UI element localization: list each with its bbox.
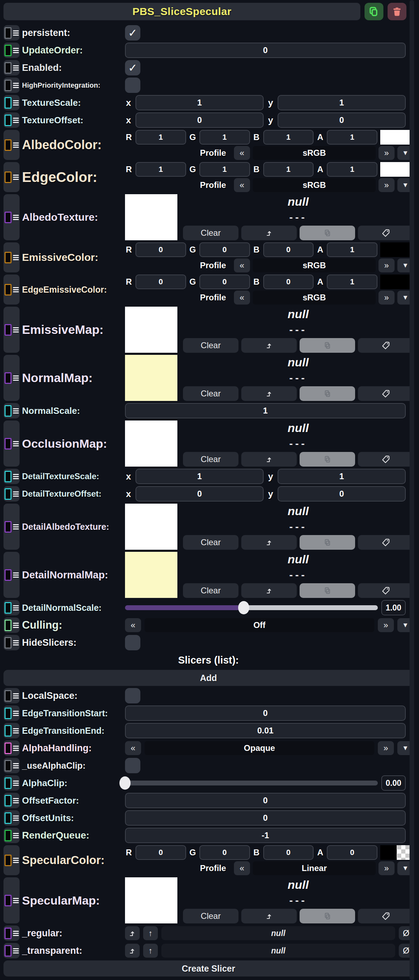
row-drag-handle[interactable] <box>3 130 19 160</box>
row-drag-handle[interactable] <box>3 60 19 75</box>
profile-next-button-AlbedoColor[interactable]: » <box>378 146 395 160</box>
input-EdgeTransitionEnd[interactable]: 0.01 <box>125 723 406 738</box>
AlphaHandling-select[interactable]: Opaque <box>144 741 374 755</box>
texture-preview-EmissiveMap[interactable] <box>125 307 178 353</box>
input-SpecularColor-b[interactable]: 0 <box>263 845 314 860</box>
input-EmissiveColor-r[interactable]: 0 <box>135 242 186 257</box>
profile-prev-button-EdgeColor[interactable]: « <box>234 178 250 192</box>
profile-next-button-EmissiveColor[interactable]: » <box>378 258 395 272</box>
color-swatch-EdgeColor[interactable] <box>380 162 413 177</box>
clear-texture-button-DetailAlbedoTexture[interactable]: Clear <box>183 535 238 550</box>
row-drag-handle[interactable] <box>3 723 19 738</box>
corner-arrow-button-_regular[interactable] <box>125 926 140 940</box>
texture-preview-DetailAlbedoTexture[interactable] <box>125 504 178 550</box>
profile-select-EmissiveColor[interactable]: sRGB <box>253 258 376 272</box>
row-drag-handle[interactable] <box>3 469 19 484</box>
row-drag-handle[interactable] <box>3 43 19 58</box>
color-swatch-AlbedoColor[interactable] <box>380 130 413 145</box>
row-drag-handle[interactable] <box>3 775 19 791</box>
add-slicer-button[interactable]: Add <box>3 670 413 686</box>
AlphaHandling-prev-button[interactable]: « <box>125 741 141 755</box>
input-EdgeEmissiveColor-r[interactable]: 0 <box>135 275 186 289</box>
clear-texture-button-NormalMap[interactable]: Clear <box>183 386 238 401</box>
input-EmissiveColor-b[interactable]: 0 <box>263 242 314 257</box>
delete-material-button[interactable] <box>387 3 406 20</box>
create-slicer-button[interactable]: Create Slicer <box>3 961 413 977</box>
Culling-prev-button[interactable]: « <box>125 618 141 632</box>
corner-arrow-button-OcclusionMap[interactable] <box>241 452 297 466</box>
profile-select-EdgeEmissiveColor[interactable]: sRGB <box>253 291 376 305</box>
input-SpecularColor-r[interactable]: 0 <box>135 845 186 860</box>
tag-texture-button-DetailAlbedoTexture[interactable] <box>358 535 413 550</box>
profile-prev-button-EdgeEmissiveColor[interactable]: « <box>234 291 250 305</box>
copy-texture-button-AlbedoTexture[interactable] <box>300 226 355 240</box>
row-drag-handle[interactable] <box>3 486 19 501</box>
input-DetailTextureScale-x[interactable]: 1 <box>135 469 263 484</box>
_transparent-input[interactable]: null <box>161 944 395 958</box>
checkbox-HighPriorityIntegration[interactable] <box>125 78 140 93</box>
row-drag-handle[interactable] <box>3 162 19 192</box>
input-EmissiveColor-g[interactable]: 0 <box>199 242 250 257</box>
input-RenderQueue[interactable]: -1 <box>125 828 406 843</box>
input-TextureOffset-y[interactable]: 0 <box>278 113 406 128</box>
copy-texture-button-EmissiveMap[interactable] <box>300 338 355 353</box>
row-drag-handle[interactable] <box>3 242 19 272</box>
input-DetailTextureOffset-x[interactable]: 0 <box>135 486 263 501</box>
checkbox-HideSlicers[interactable] <box>125 635 140 650</box>
corner-arrow-button-NormalMap[interactable] <box>241 386 297 401</box>
input-NormalScale[interactable]: 1 <box>125 403 406 418</box>
clear-texture-button-AlbedoTexture[interactable]: Clear <box>183 226 238 240</box>
color-swatch-SpecularColor[interactable] <box>380 845 413 860</box>
corner-arrow-button-EmissiveMap[interactable] <box>241 338 297 353</box>
scrollbar-track[interactable] <box>409 0 414 980</box>
row-drag-handle[interactable] <box>3 355 19 401</box>
input-EdgeEmissiveColor-b[interactable]: 0 <box>263 275 314 289</box>
up-arrow-button-_transparent[interactable]: ↑ <box>143 944 158 958</box>
input-UpdateOrder[interactable]: 0 <box>125 43 406 58</box>
row-drag-handle[interactable] <box>3 688 19 703</box>
input-EdgeColor-r[interactable]: 1 <box>135 162 186 177</box>
checkbox-_useAlphaClip[interactable] <box>125 758 140 773</box>
input-OffsetFactor[interactable]: 0 <box>125 793 406 808</box>
input-TextureScale-x[interactable]: 1 <box>135 95 263 110</box>
texture-preview-NormalMap[interactable] <box>125 355 178 401</box>
copy-texture-button-DetailAlbedoTexture[interactable] <box>300 535 355 550</box>
copy-texture-button-OcclusionMap[interactable] <box>300 452 355 466</box>
slider-AlphaClip[interactable] <box>125 781 378 786</box>
row-drag-handle[interactable] <box>3 420 19 466</box>
profile-prev-button-AlbedoColor[interactable]: « <box>234 146 250 160</box>
corner-arrow-button-_transparent[interactable] <box>125 944 140 958</box>
input-EdgeEmissiveColor-g[interactable]: 0 <box>199 275 250 289</box>
slider-thumb-AlphaClip[interactable] <box>119 776 130 790</box>
row-drag-handle[interactable] <box>3 828 19 843</box>
input-TextureScale-y[interactable]: 1 <box>278 95 406 110</box>
up-arrow-button-_regular[interactable]: ↑ <box>143 926 158 940</box>
clear-texture-button-EmissiveMap[interactable]: Clear <box>183 338 238 353</box>
AlphaHandling-next-button[interactable]: » <box>378 741 394 755</box>
tag-texture-button-DetailNormalMap[interactable] <box>358 583 413 598</box>
tag-texture-button-EmissiveMap[interactable] <box>358 338 413 353</box>
input-DetailTextureOffset-y[interactable]: 0 <box>278 486 406 501</box>
corner-arrow-button-DetailNormalMap[interactable] <box>241 583 297 598</box>
row-drag-handle[interactable] <box>3 635 19 650</box>
slider-DetailNormalScale[interactable] <box>125 605 378 610</box>
copy-texture-button-SpecularMap[interactable] <box>300 909 355 923</box>
clear-texture-button-DetailNormalMap[interactable]: Clear <box>183 583 238 598</box>
tag-texture-button-NormalMap[interactable] <box>358 386 413 401</box>
profile-prev-button-EmissiveColor[interactable]: « <box>234 258 250 272</box>
row-drag-handle[interactable] <box>3 793 19 808</box>
color-swatch-EdgeEmissiveColor[interactable] <box>380 275 413 289</box>
clear-texture-button-SpecularMap[interactable]: Clear <box>183 909 238 923</box>
input-AlbedoColor-r[interactable]: 1 <box>135 130 186 145</box>
checkbox-persistent[interactable]: ✓ <box>125 25 140 40</box>
row-drag-handle[interactable] <box>3 194 19 240</box>
row-drag-handle[interactable] <box>3 95 19 110</box>
texture-preview-DetailNormalMap[interactable] <box>125 552 178 598</box>
copy-texture-button-DetailNormalMap[interactable] <box>300 583 355 598</box>
row-drag-handle[interactable] <box>3 758 19 773</box>
row-drag-handle[interactable] <box>3 877 19 923</box>
Culling-select[interactable]: Off <box>144 618 374 632</box>
input-SpecularColor-a[interactable]: 0 <box>327 845 378 860</box>
checkbox-Enabled[interactable]: ✓ <box>125 60 140 75</box>
input-EdgeColor-a[interactable]: 1 <box>327 162 378 177</box>
